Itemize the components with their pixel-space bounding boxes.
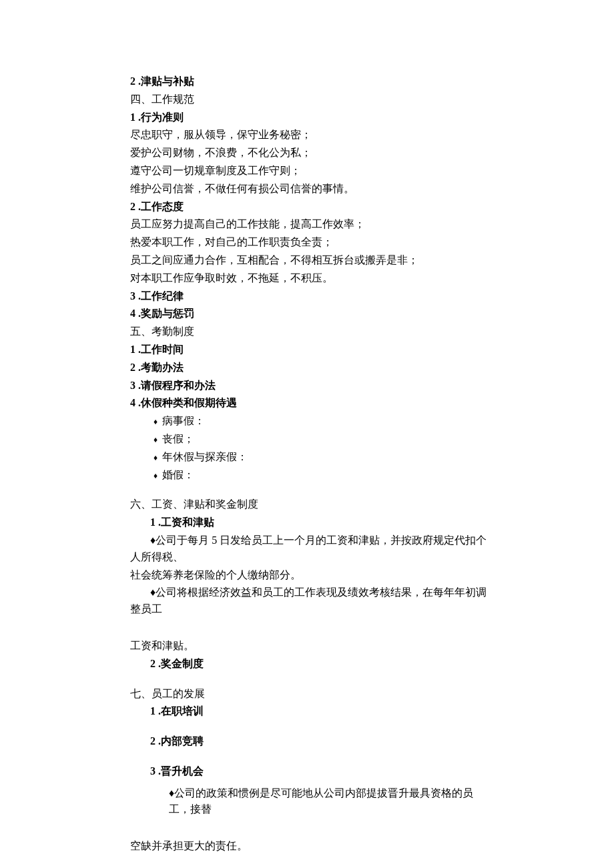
- list-number: 2: [130, 201, 135, 212]
- list-number: 1: [150, 705, 156, 717]
- heading-text: .奖金制度: [158, 658, 204, 669]
- heading-text: .晋升机会: [158, 765, 204, 777]
- heading-text: .行为准则: [138, 111, 184, 123]
- list-number: 2: [130, 75, 135, 87]
- bullet-text: 年休假与探亲假：: [162, 451, 248, 462]
- heading-text: .请假程序和办法: [138, 380, 216, 391]
- body-text: 热爱本职工作，对自己的工作职责负全责；: [130, 234, 494, 251]
- section-heading: 六、工资、津贴和奖金制度: [130, 496, 494, 513]
- list-number: 3: [130, 380, 135, 391]
- body-text: 尽忠职守，服从领导，保守业务秘密；: [130, 127, 494, 143]
- heading-item: 3 .晋升机会: [130, 763, 494, 780]
- section-heading: 四、工作规范: [130, 91, 494, 108]
- heading-text: .工作纪律: [138, 290, 184, 302]
- diamond-icon: ♦: [149, 434, 162, 446]
- body-text: 爱护公司财物，不浪费，不化公为私；: [130, 145, 494, 161]
- list-item: ♦丧假；: [149, 431, 494, 448]
- body-text: 员工之间应通力合作，互相配合，不得相互拆台或搬弄是非；: [130, 252, 494, 269]
- body-text: 工资和津贴。: [130, 638, 494, 655]
- heading-item: 1 .工作时间: [130, 342, 494, 358]
- list-number: 2: [130, 362, 135, 373]
- body-text: 员工应努力提高自己的工作技能，提高工作效率；: [130, 216, 494, 233]
- heading-item: 4 .休假种类和假期待遇: [130, 395, 494, 412]
- heading-item: 3 .请假程序和办法: [130, 378, 494, 394]
- body-text: 遵守公司一切规章制度及工作守则；: [130, 163, 494, 179]
- heading-text: .津贴与补贴: [138, 75, 194, 87]
- heading-text: .内部竞聘: [158, 735, 204, 747]
- heading-text: .奖励与惩罚: [138, 308, 194, 319]
- heading-text: .工作态度: [138, 201, 184, 212]
- bullet-text: 婚假：: [162, 469, 194, 480]
- bullet-text: 病事假：: [162, 415, 205, 426]
- bullet-list: ♦病事假： ♦丧假； ♦年休假与探亲假： ♦婚假：: [149, 413, 494, 483]
- heading-item: 2 .奖金制度: [130, 656, 494, 673]
- list-number: 4: [130, 397, 135, 408]
- heading-item: 2 .考勤办法: [130, 360, 494, 376]
- heading-item: 2 .津贴与补贴: [130, 73, 494, 90]
- list-number: 3: [130, 290, 135, 302]
- heading-item: 2 .工作态度: [130, 199, 494, 215]
- section-heading: 五、考勤制度: [130, 324, 494, 340]
- bullet-text: 丧假；: [162, 433, 194, 444]
- body-text: 社会统筹养老保险的个人缴纳部分。: [130, 567, 494, 584]
- list-item: ♦年休假与探亲假：: [149, 449, 494, 466]
- list-number: 1: [130, 344, 135, 355]
- list-number: 1: [150, 516, 156, 528]
- body-text: 对本职工作应争取时效，不拖延，不积压。: [130, 270, 494, 287]
- heading-item: 3 .工作纪律: [130, 288, 494, 305]
- list-item: ♦病事假：: [149, 413, 494, 430]
- body-text: ♦公司的政策和惯例是尽可能地从公司内部提拔晋升最具资格的员工，接替: [130, 785, 494, 819]
- list-number: 3: [150, 765, 156, 777]
- section-heading: 七、员工的发展: [130, 686, 494, 703]
- diamond-icon: ♦: [149, 470, 162, 482]
- heading-item: 1 .行为准则: [130, 109, 494, 126]
- list-number: 2: [150, 658, 156, 669]
- body-text: ♦公司于每月 5 日发给员工上一个月的工资和津贴，并按政府规定代扣个人所得税、: [130, 532, 494, 566]
- document-page: 2 .津贴与补贴 四、工作规范 1 .行为准则 尽忠职守，服从领导，保守业务秘密…: [0, 0, 614, 868]
- body-text: 空缺并承担更大的责任。: [130, 838, 494, 855]
- body-text: 维护公司信誉，不做任何有损公司信誉的事情。: [130, 181, 494, 197]
- list-number: 2: [150, 735, 156, 747]
- heading-text: .工作时间: [138, 344, 184, 355]
- body-text: ♦公司将根据经济效益和员工的工作表现及绩效考核结果，在每年年初调整员工: [130, 584, 494, 618]
- heading-text: .考勤办法: [138, 362, 184, 373]
- list-number: 4: [130, 308, 135, 319]
- heading-text: .工资和津贴: [158, 516, 214, 528]
- heading-text: .休假种类和假期待遇: [138, 397, 237, 408]
- heading-text: .在职培训: [158, 705, 204, 717]
- list-number: 1: [130, 111, 135, 123]
- diamond-icon: ♦: [149, 416, 162, 428]
- list-item: ♦婚假：: [149, 467, 494, 484]
- diamond-icon: ♦: [149, 452, 162, 464]
- heading-item: 1 .工资和津贴: [130, 514, 494, 531]
- heading-item: 4 .奖励与惩罚: [130, 306, 494, 322]
- heading-item: 1 .在职培训: [130, 703, 494, 720]
- heading-item: 2 .内部竞聘: [130, 733, 494, 750]
